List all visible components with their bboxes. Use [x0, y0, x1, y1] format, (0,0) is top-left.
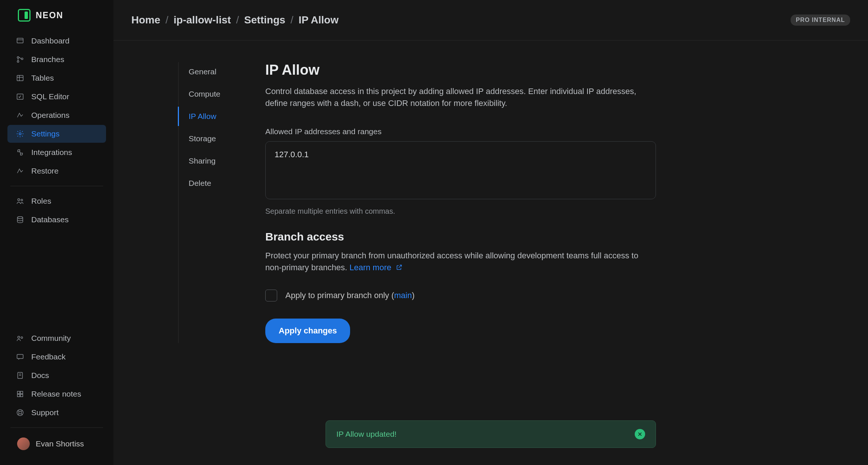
sidebar-item-label: Settings	[31, 129, 60, 138]
sidebar-item-support[interactable]: Support	[7, 404, 106, 422]
subnav-general[interactable]: General	[178, 62, 241, 81]
page-title: IP Allow	[265, 62, 656, 78]
svg-point-14	[21, 337, 23, 339]
sidebar-item-label: Release notes	[31, 390, 81, 398]
settings-panel: IP Allow Control database access in this…	[265, 62, 656, 343]
subnav-delete[interactable]: Delete	[178, 174, 241, 193]
sidebar-item-operations[interactable]: Operations	[7, 106, 106, 124]
divider	[10, 427, 103, 428]
neon-logo-icon	[18, 9, 31, 22]
primary-nav: Dashboard Branches Tables SQL Editor Ope…	[0, 32, 113, 180]
svg-rect-21	[17, 394, 20, 397]
svg-point-11	[21, 199, 23, 201]
support-icon	[16, 408, 25, 417]
svg-rect-5	[17, 75, 23, 81]
close-icon	[637, 432, 643, 437]
sidebar-item-dashboard[interactable]: Dashboard	[7, 32, 106, 50]
sidebar-item-community[interactable]: Community	[7, 329, 106, 347]
breadcrumb-home[interactable]: Home	[131, 14, 160, 26]
sidebar-item-label: SQL Editor	[31, 92, 69, 101]
divider	[10, 186, 103, 186]
sidebar-item-roles[interactable]: Roles	[7, 192, 106, 210]
sidebar-item-label: Operations	[31, 111, 70, 120]
sidebar-item-feedback[interactable]: Feedback	[7, 348, 106, 366]
brand-logo[interactable]: NEON	[0, 9, 113, 32]
svg-line-28	[18, 414, 19, 415]
main: Home / ip-allow-list / Settings / IP All…	[113, 0, 868, 465]
plan-badge: PRO INTERNAL	[791, 14, 850, 26]
toast-success: IP Allow updated!	[326, 420, 656, 448]
sidebar-item-restore[interactable]: Restore	[7, 162, 106, 180]
svg-point-13	[18, 336, 20, 339]
user-menu[interactable]: Evan Shortiss	[0, 434, 113, 454]
breadcrumb-project[interactable]: ip-allow-list	[174, 14, 231, 26]
breadcrumb-current: IP Allow	[299, 14, 339, 26]
docs-icon	[16, 371, 25, 380]
learn-more-label: Learn more	[349, 263, 391, 272]
feedback-icon	[16, 352, 25, 361]
sidebar-item-label: Branches	[31, 55, 64, 64]
footer-nav: Community Feedback Docs Release notes Su…	[0, 329, 113, 422]
sidebar-item-label: Feedback	[31, 352, 65, 361]
breadcrumb-separator: /	[291, 14, 294, 26]
sidebar-item-label: Community	[31, 334, 71, 343]
toast-close-button[interactable]	[635, 429, 645, 439]
operations-icon	[16, 111, 25, 120]
breadcrumb-separator: /	[166, 14, 169, 26]
gear-icon	[16, 129, 25, 138]
ip-addresses-input[interactable]	[265, 141, 656, 199]
sidebar-item-settings[interactable]: Settings	[7, 125, 106, 143]
sidebar-item-label: Support	[31, 408, 59, 417]
settings-subnav: General Compute IP Allow Storage Sharing…	[178, 62, 241, 343]
breadcrumb: Home / ip-allow-list / Settings / IP All…	[131, 14, 339, 26]
svg-rect-22	[20, 394, 23, 397]
sidebar-item-docs[interactable]: Docs	[7, 366, 106, 384]
sidebar-item-label: Restore	[31, 167, 59, 175]
primary-branch-only-checkbox[interactable]	[265, 290, 277, 301]
subnav-sharing[interactable]: Sharing	[178, 151, 241, 171]
svg-point-12	[17, 217, 23, 219]
svg-point-3	[17, 61, 19, 62]
topbar: Home / ip-allow-list / Settings / IP All…	[113, 0, 868, 41]
breadcrumb-separator: /	[236, 14, 239, 26]
svg-point-10	[18, 199, 20, 201]
sidebar-item-label: Tables	[31, 74, 54, 83]
svg-line-26	[21, 414, 23, 415]
branch-access-text: Protect your primary branch from unautho…	[265, 251, 638, 272]
ip-field-label: Allowed IP addresses and ranges	[265, 127, 656, 136]
subnav-ip-allow[interactable]: IP Allow	[178, 107, 241, 126]
subnav-storage[interactable]: Storage	[178, 129, 241, 148]
sidebar-item-label: Roles	[31, 197, 51, 206]
checkbox-label: Apply to primary branch only (main)	[285, 291, 414, 300]
sidebar-item-release-notes[interactable]: Release notes	[7, 385, 106, 403]
ip-field-hint: Separate multiple entries with commas.	[265, 207, 656, 216]
sidebar-item-sql-editor[interactable]: SQL Editor	[7, 88, 106, 106]
sidebar-item-tables[interactable]: Tables	[7, 69, 106, 87]
svg-point-4	[21, 58, 23, 60]
primary-branch-link[interactable]: main	[394, 291, 412, 300]
svg-line-27	[21, 410, 23, 412]
sidebar-item-branches[interactable]: Branches	[7, 51, 106, 68]
breadcrumb-settings[interactable]: Settings	[244, 14, 285, 26]
branch-access-title: Branch access	[265, 230, 656, 243]
restore-icon	[16, 167, 25, 175]
svg-rect-19	[17, 391, 20, 394]
svg-rect-15	[17, 355, 23, 359]
secondary-nav: Roles Databases	[0, 192, 113, 229]
page-description: Control database access in this project …	[265, 85, 637, 109]
sidebar-item-databases[interactable]: Databases	[7, 211, 106, 229]
apply-changes-button[interactable]: Apply changes	[265, 319, 350, 343]
tables-icon	[16, 74, 25, 83]
toast-message: IP Allow updated!	[336, 430, 397, 439]
sidebar-item-label: Docs	[31, 371, 49, 380]
branches-icon	[16, 55, 25, 64]
svg-point-24	[19, 411, 21, 414]
branch-access-description: Protect your primary branch from unautho…	[265, 250, 645, 274]
sidebar-item-integrations[interactable]: Integrations	[7, 143, 106, 161]
learn-more-link[interactable]: Learn more	[349, 263, 403, 272]
subnav-compute[interactable]: Compute	[178, 84, 241, 104]
svg-rect-20	[20, 391, 23, 394]
community-icon	[16, 334, 25, 343]
dashboard-icon	[16, 36, 25, 45]
sql-icon	[16, 92, 25, 101]
